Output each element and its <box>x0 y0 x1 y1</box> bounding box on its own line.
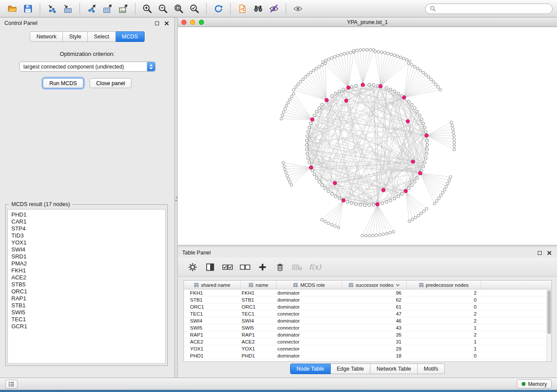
import-network-icon <box>47 4 57 14</box>
cell-successor-nodes: 35 <box>342 332 407 337</box>
table-row[interactable]: TEC1 TEC1 connector 47 2 <box>184 310 551 317</box>
add-column-button[interactable] <box>256 261 270 274</box>
tab-network-table[interactable]: Network Table <box>370 364 418 374</box>
mcds-result-item[interactable]: STP4 <box>11 225 165 232</box>
column-header-name[interactable]: name <box>241 281 277 289</box>
criterion-dropdown[interactable]: largest connected component (undirected) <box>19 62 156 72</box>
table-scrollbar[interactable] <box>547 289 551 361</box>
search-input[interactable] <box>438 6 548 12</box>
cell-predecessor-nodes: 1 <box>407 325 481 330</box>
mcds-result-item[interactable]: SRD1 <box>11 253 165 260</box>
search-network-button[interactable] <box>250 2 266 15</box>
close-icon <box>547 251 552 255</box>
zoom-out-button[interactable] <box>155 2 171 15</box>
cell-name: RAP1 <box>241 332 277 337</box>
table-row[interactable]: YOX1 YOX1 connector 29 1 <box>184 345 551 352</box>
delete-table-button-disabled[interactable] <box>291 261 304 274</box>
mcds-result-item[interactable]: RAP1 <box>11 295 165 302</box>
mcds-result-item[interactable]: STB5 <box>11 281 165 288</box>
export-image-button[interactable] <box>115 2 131 15</box>
table-row[interactable]: FKH1 FKH1 dominator 96 2 <box>184 289 551 296</box>
table-row[interactable]: SWI5 SWI5 connector 43 1 <box>184 324 551 331</box>
table-settings-button[interactable] <box>186 261 200 274</box>
open-session-button[interactable] <box>4 2 20 15</box>
close-panel-action-button[interactable]: Close panel <box>90 78 131 88</box>
mcds-result-item[interactable]: SWI4 <box>11 246 165 253</box>
tab-motifs[interactable]: Motifs <box>418 364 445 374</box>
mcds-result-item[interactable]: STB1 <box>11 302 165 309</box>
cell-shared-name: FKH1 <box>184 290 241 296</box>
mcds-result-item[interactable]: GCR1 <box>11 323 165 330</box>
table-row[interactable]: PHD1 PHD1 dominator 18 0 <box>184 352 551 359</box>
deselect-all-button[interactable] <box>238 261 252 274</box>
cell-successor-nodes: 61 <box>342 304 407 309</box>
zoom-in-button[interactable] <box>139 2 155 15</box>
network-window-titlebar[interactable]: YPA_prune.txt_1 <box>178 17 557 27</box>
mcds-result-item[interactable]: TID3 <box>11 232 165 239</box>
function-builder-button-disabled[interactable]: f(x) <box>308 261 322 274</box>
zoom-fit-button[interactable] <box>171 2 187 15</box>
scrollbar-thumb[interactable] <box>547 290 551 334</box>
tab-mcds[interactable]: MCDS <box>116 31 145 42</box>
column-header-mcds-role[interactable]: MCDS role <box>277 281 342 289</box>
cell-mcds-role: dominator <box>277 290 342 296</box>
run-mcds-button[interactable]: Run MCDS <box>43 78 83 88</box>
network-canvas[interactable] <box>178 27 557 245</box>
mcds-result-item[interactable]: PHD1 <box>11 211 165 218</box>
table-row[interactable]: ACE2 ACE2 connector 31 1 <box>184 338 551 345</box>
delete-column-button[interactable] <box>273 261 287 274</box>
close-panel-button[interactable] <box>163 20 170 27</box>
column-header-successor-nodes[interactable]: successor nodes <box>342 281 407 289</box>
select-all-button[interactable] <box>221 261 235 274</box>
toolbar-separator <box>286 3 286 14</box>
mcds-result-item[interactable]: TEC1 <box>11 316 165 323</box>
mcds-result-item[interactable]: FKH1 <box>11 267 165 274</box>
mcds-result-item[interactable]: CAR1 <box>11 218 165 225</box>
mcds-result-item[interactable]: ORC1 <box>11 288 165 295</box>
memory-button[interactable]: Memory <box>517 379 552 389</box>
show-hide-button[interactable] <box>290 2 306 15</box>
tab-edge-table[interactable]: Edge Table <box>331 364 370 374</box>
table-row[interactable]: SWI4 SWI4 dominator 46 2 <box>184 317 551 324</box>
export-table-button[interactable] <box>100 2 115 15</box>
global-search-field[interactable] <box>425 3 553 14</box>
column-header-shared-name[interactable]: shared name <box>184 281 241 289</box>
main-toolbar <box>0 0 557 17</box>
tab-network[interactable]: Network <box>30 31 63 42</box>
vertical-splitter[interactable]: ◂▸ <box>175 17 178 378</box>
zoom-selected-button[interactable] <box>187 2 202 15</box>
mcds-result-item[interactable]: SWI5 <box>11 309 165 316</box>
import-table-button[interactable] <box>60 2 76 15</box>
tab-style[interactable]: Style <box>63 31 88 42</box>
mcds-result-item[interactable]: ACE2 <box>11 274 165 281</box>
node-table: shared name name MCDS role <box>183 280 552 362</box>
export-image-icon <box>118 4 128 14</box>
tab-node-table[interactable]: Node Table <box>290 364 331 374</box>
table-row[interactable]: STB1 STB1 dominator 62 0 <box>184 296 551 303</box>
table-row[interactable]: RAP1 RAP1 dominator 35 2 <box>184 331 551 338</box>
show-panels-button[interactable] <box>5 380 17 389</box>
table-row[interactable]: ORC1 ORC1 dominator 61 0 <box>184 303 551 310</box>
tab-select[interactable]: Select <box>88 31 116 42</box>
search-icon <box>430 6 436 11</box>
copy-network-button[interactable] <box>235 2 250 15</box>
cell-mcds-role: dominator <box>277 332 342 337</box>
close-table-panel-button[interactable] <box>546 249 553 256</box>
save-session-button[interactable] <box>20 2 36 15</box>
float-table-panel-button[interactable] <box>536 249 543 256</box>
export-table-icon <box>103 4 112 14</box>
table-panel-title: Table Panel <box>182 250 533 256</box>
hide-selected-button[interactable] <box>266 2 282 15</box>
float-panel-button[interactable] <box>153 20 160 27</box>
toolbar-separator <box>40 3 40 14</box>
apply-layout-button[interactable] <box>211 2 226 15</box>
network-graph <box>178 27 557 245</box>
column-header-predecessor-nodes[interactable]: predecessor nodes <box>407 281 481 289</box>
show-columns-button[interactable] <box>203 261 217 274</box>
mcds-result-item[interactable]: YOX1 <box>11 239 165 246</box>
export-network-button[interactable] <box>84 2 100 15</box>
mcds-result-item[interactable]: PMA2 <box>11 260 165 267</box>
import-network-button[interactable] <box>44 2 60 15</box>
cell-predecessor-nodes: 2 <box>407 318 481 323</box>
table-header-row: shared name name MCDS role <box>184 281 551 289</box>
